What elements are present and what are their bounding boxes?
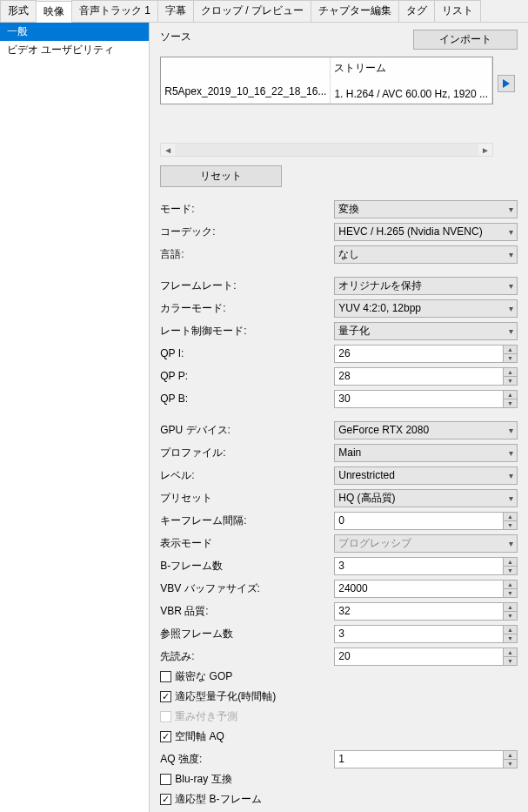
ratecontrol-select[interactable]: 量子化▾ xyxy=(334,322,518,340)
spinner-down-icon[interactable]: ▼ xyxy=(503,589,517,597)
level-select[interactable]: Unrestricted▾ xyxy=(334,466,518,485)
reset-button[interactable]: リセット xyxy=(160,165,282,187)
tab-subtitle[interactable]: 字幕 xyxy=(157,0,194,22)
tab-list[interactable]: リスト xyxy=(434,0,481,22)
spinner-up-icon[interactable]: ▲ xyxy=(503,391,517,399)
tab-format[interactable]: 形式 xyxy=(0,0,37,22)
colormode-label: カラーモード: xyxy=(160,301,334,316)
sidebar-item-general[interactable]: 一般 xyxy=(0,23,149,41)
refframes-spinner[interactable]: 3▲▼ xyxy=(334,625,518,643)
lookahead-spinner[interactable]: 20▲▼ xyxy=(334,648,518,666)
adaptive-quant-checkbox[interactable]: 適応型量子化(時間軸) xyxy=(160,689,518,704)
codec-label: コーデック: xyxy=(160,225,334,239)
gpu-label: GPU デバイス: xyxy=(160,423,334,438)
stream-value: 1. H.264 / AVC 60.00 Hz, 1920 ... xyxy=(334,88,488,100)
chevron-down-icon: ▾ xyxy=(509,448,513,458)
spinner-down-icon[interactable]: ▼ xyxy=(503,354,517,362)
scroll-left-icon[interactable]: ◄ xyxy=(161,143,175,157)
sidebar-item-video-usability[interactable]: ビデオ ユーザビリティ xyxy=(0,41,149,59)
keyframe-label: キーフレーム間隔: xyxy=(160,513,334,528)
qpp-spinner[interactable]: 28▲▼ xyxy=(334,367,518,386)
display-label: 表示モード xyxy=(160,536,334,551)
chevron-down-icon: ▾ xyxy=(509,304,513,313)
tab-tag[interactable]: タグ xyxy=(398,0,435,22)
spinner-up-icon[interactable]: ▲ xyxy=(503,513,517,521)
spinner-down-icon[interactable]: ▼ xyxy=(503,760,517,768)
level-label: レベル: xyxy=(160,468,334,483)
tab-crop-preview[interactable]: クロップ / プレビュー xyxy=(193,0,311,22)
chevron-down-icon: ▾ xyxy=(509,281,513,291)
spinner-up-icon[interactable]: ▲ xyxy=(503,648,517,657)
mode-select[interactable]: 変換▾ xyxy=(334,200,518,218)
ratecontrol-label: レート制御モード: xyxy=(160,324,334,339)
vbvbuf-label: VBV バッファサイズ: xyxy=(160,581,334,596)
spinner-up-icon[interactable]: ▲ xyxy=(503,346,517,354)
spinner-down-icon[interactable]: ▼ xyxy=(503,634,517,642)
spinner-down-icon[interactable]: ▼ xyxy=(503,521,517,529)
tab-chapter-edit[interactable]: チャプター編集 xyxy=(311,0,399,22)
language-label: 言語: xyxy=(160,247,334,262)
vbrquality-spinner[interactable]: 32▲▼ xyxy=(334,602,518,621)
language-select[interactable]: なし▾ xyxy=(334,245,518,264)
scroll-right-icon[interactable]: ► xyxy=(478,143,492,157)
qpi-label: QP I: xyxy=(160,347,334,359)
chevron-down-icon: ▾ xyxy=(509,227,513,237)
codec-select[interactable]: HEVC / H.265 (Nvidia NVENC)▾ xyxy=(334,223,518,241)
profile-select[interactable]: Main▾ xyxy=(334,444,518,462)
horizontal-scrollbar[interactable]: ◄ ► xyxy=(160,143,493,157)
keyframe-spinner[interactable]: 0▲▼ xyxy=(334,512,518,530)
spinner-up-icon[interactable]: ▲ xyxy=(503,580,517,589)
profile-label: プロファイル: xyxy=(160,446,334,460)
spinner-down-icon[interactable]: ▼ xyxy=(503,377,517,385)
qpi-spinner[interactable]: 26▲▼ xyxy=(334,345,518,363)
main-panel: ソース インポート R5Apex_2019_10_16_22_18_16... … xyxy=(150,23,528,812)
mode-label: モード: xyxy=(160,202,334,217)
chevron-down-icon: ▾ xyxy=(509,326,513,336)
chevron-down-icon: ▾ xyxy=(509,205,513,214)
spinner-down-icon[interactable]: ▼ xyxy=(503,567,517,574)
framerate-label: フレームレート: xyxy=(160,278,334,293)
tab-audio-track-1[interactable]: 音声トラック 1 xyxy=(71,0,158,22)
spinner-up-icon[interactable]: ▲ xyxy=(503,368,517,377)
spinner-up-icon[interactable]: ▲ xyxy=(503,626,517,634)
chevron-down-icon: ▾ xyxy=(509,471,513,480)
display-select: プログレッシブ▾ xyxy=(334,534,518,553)
source-box[interactable]: R5Apex_2019_10_16_22_18_16... ストリーム 1. H… xyxy=(160,57,493,104)
spinner-up-icon[interactable]: ▲ xyxy=(503,558,517,567)
chevron-down-icon: ▾ xyxy=(509,250,513,259)
qpb-spinner[interactable]: 30▲▼ xyxy=(334,390,518,408)
colormode-select[interactable]: YUV 4:2:0, 12bpp▾ xyxy=(334,299,518,318)
import-button[interactable]: インポート xyxy=(413,30,518,50)
bframes-label: B-フレーム数 xyxy=(160,559,334,574)
qpb-label: QP B: xyxy=(160,393,334,405)
spinner-up-icon[interactable]: ▲ xyxy=(503,751,517,760)
sidebar: 一般 ビデオ ユーザビリティ xyxy=(0,23,150,812)
preset-select[interactable]: HQ (高品質)▾ xyxy=(334,489,518,507)
strict-gop-checkbox[interactable]: 厳密な GOP xyxy=(160,669,518,684)
tab-video[interactable]: 映像 xyxy=(36,1,72,23)
qpp-label: QP P: xyxy=(160,370,334,382)
adaptive-bframe-checkbox[interactable]: 適応型 B-フレーム xyxy=(160,792,518,807)
vbrquality-label: VBR 品質: xyxy=(160,604,334,619)
main-tabs: 形式 映像 音声トラック 1 字幕 クロップ / プレビュー チャプター編集 タ… xyxy=(0,0,528,23)
spatial-aq-checkbox[interactable]: 空間軸 AQ xyxy=(160,729,518,744)
weighted-pred-checkbox: 重み付き予測 xyxy=(160,709,518,724)
spinner-down-icon[interactable]: ▼ xyxy=(503,657,517,665)
refframes-label: 参照フレーム数 xyxy=(160,627,334,641)
svg-marker-0 xyxy=(503,79,510,88)
bframes-spinner[interactable]: 3▲▼ xyxy=(334,557,518,575)
bluray-checkbox[interactable]: Blu-ray 互換 xyxy=(160,772,518,787)
spinner-up-icon[interactable]: ▲ xyxy=(503,603,517,612)
chevron-down-icon: ▾ xyxy=(509,426,513,435)
aqstrength-spinner[interactable]: 1▲▼ xyxy=(334,750,518,768)
framerate-select[interactable]: オリジナルを保持▾ xyxy=(334,277,518,295)
gpu-select[interactable]: GeForce RTX 2080▾ xyxy=(334,421,518,440)
spinner-down-icon[interactable]: ▼ xyxy=(503,399,517,407)
stream-header: ストリーム xyxy=(334,61,488,76)
chevron-down-icon: ▾ xyxy=(509,493,513,503)
play-button[interactable] xyxy=(498,75,515,92)
source-label: ソース xyxy=(160,30,204,44)
vbvbuf-spinner[interactable]: 24000▲▼ xyxy=(334,580,518,598)
spinner-down-icon[interactable]: ▼ xyxy=(503,612,517,620)
source-filename: R5Apex_2019_10_16_22_18_16... xyxy=(164,85,326,97)
